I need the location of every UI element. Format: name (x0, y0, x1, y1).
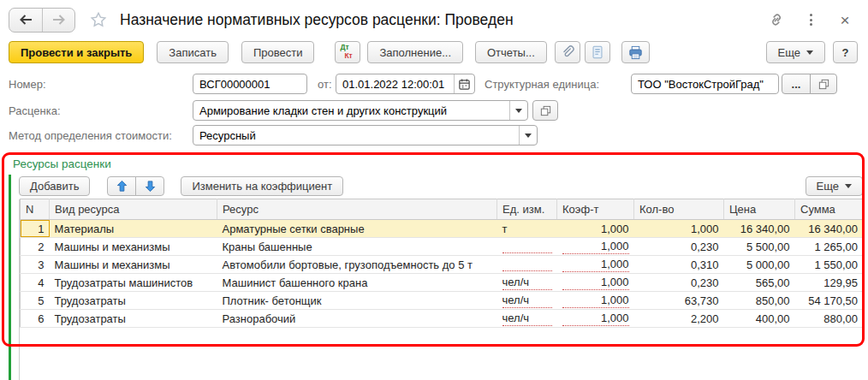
number-field[interactable]: ВСГ00000001 (193, 74, 307, 94)
cell-resource[interactable]: Машинист башенного крана (217, 274, 497, 292)
printer-icon (627, 45, 644, 61)
column-header-resource[interactable]: Ресурс (217, 199, 497, 220)
move-down-button[interactable] (135, 176, 164, 196)
table-row[interactable]: 2 Машины и механизмы Краны башенные 1,00… (21, 238, 864, 256)
cell-unit[interactable]: чел/ч (497, 310, 557, 328)
cell-price[interactable]: 565,00 (724, 274, 795, 292)
structural-unit-open-button[interactable] (810, 74, 837, 94)
print-button[interactable] (621, 41, 650, 63)
cell-value: 1,000 (562, 276, 629, 290)
get-link-button[interactable] (765, 9, 788, 31)
post-button[interactable]: Провести (241, 41, 315, 63)
cost-method-field[interactable]: Ресурсный (193, 125, 538, 145)
cell-unit[interactable]: т (497, 220, 557, 238)
structural-unit-field[interactable]: ТОО "ВостокСтройГрад" (631, 74, 779, 94)
cell-quantity[interactable]: 0,310 (634, 256, 724, 274)
cell-price[interactable]: 5 000,00 (724, 256, 795, 274)
cell-resource-type[interactable]: Машины и механизмы (50, 238, 217, 256)
cell-quantity[interactable]: 1,000 (634, 220, 724, 238)
attachments-button[interactable] (555, 41, 580, 63)
cell-resource[interactable]: Краны башенные (217, 238, 497, 256)
table-row[interactable]: 4 Трудозатраты машинистов Машинист башен… (21, 274, 864, 292)
cell-resource-type[interactable]: Материалы (50, 220, 217, 238)
open-in-new-icon (539, 104, 552, 117)
post-and-close-button[interactable]: Провести и закрыть (9, 41, 144, 63)
cell-resource-type[interactable]: Трудозатраты (50, 292, 217, 310)
cell-quantity[interactable]: 0,230 (634, 274, 724, 292)
cell-unit[interactable] (497, 256, 557, 274)
cell-n[interactable]: 6 (21, 310, 50, 328)
column-header-price[interactable]: Цена (724, 199, 795, 220)
fill-button[interactable]: Заполнение... (367, 41, 463, 63)
date-field[interactable]: 01.01.2022 12:00:01 (336, 74, 475, 94)
cell-quantity[interactable]: 2,200 (634, 310, 724, 328)
column-header-sum[interactable]: Сумма (795, 199, 864, 220)
cell-value: 1,000 (562, 312, 629, 326)
cell-sum[interactable]: 880,00 (795, 310, 864, 328)
save-button[interactable]: Записать (157, 41, 229, 63)
rate-open-button[interactable] (532, 100, 558, 121)
column-header-n[interactable]: N (21, 199, 50, 220)
column-header-coefficient[interactable]: Коэф-т (557, 199, 634, 220)
forward-button[interactable] (42, 9, 74, 32)
close-button[interactable]: × (834, 9, 856, 31)
section-more-button[interactable]: Еще (806, 176, 863, 196)
cell-coefficient[interactable]: 1,000 (557, 256, 634, 274)
cost-method-dropdown-button[interactable] (519, 126, 537, 145)
cell-sum[interactable]: 1 550,00 (795, 256, 864, 274)
rate-dropdown-button[interactable] (509, 101, 527, 120)
reports-button[interactable]: Отчеты... (475, 41, 547, 63)
cell-resource[interactable]: Плотник- бетонщик (217, 292, 497, 310)
cell-resource[interactable]: Арматурные сетки сварные (217, 220, 497, 238)
cell-n[interactable]: 2 (21, 238, 50, 256)
table-row[interactable]: 5 Трудозатраты Плотник- бетонщик чел/ч 1… (21, 292, 864, 310)
more-actions-button[interactable]: Еще (766, 41, 825, 63)
calendar-picker-button[interactable] (454, 74, 474, 93)
cell-resource[interactable]: Разнорабочий (217, 310, 497, 328)
cell-price[interactable]: 5 500,00 (724, 238, 795, 256)
cell-price[interactable]: 400,00 (724, 310, 795, 328)
help-button[interactable]: ? (833, 41, 858, 63)
cell-sum[interactable]: 54 170,50 (795, 292, 864, 310)
cell-resource[interactable]: Автомобили бортовые, грузоподъемность до… (217, 256, 497, 274)
cell-coefficient[interactable]: 1,000 (557, 274, 634, 292)
cell-sum[interactable]: 1 265,00 (795, 238, 864, 256)
table-row[interactable]: 6 Трудозатраты Разнорабочий чел/ч 1,000 … (21, 310, 864, 328)
cell-price[interactable]: 16 340,00 (724, 220, 795, 238)
table-row[interactable]: 3 Машины и механизмы Автомобили бортовые… (21, 256, 864, 274)
cell-n[interactable]: 3 (21, 256, 50, 274)
cell-quantity[interactable]: 0,230 (634, 238, 724, 256)
cell-unit[interactable]: чел/ч (497, 292, 557, 310)
document-report-button[interactable] (585, 41, 610, 63)
cell-resource-type[interactable]: Трудозатраты (50, 310, 217, 328)
cell-coefficient[interactable]: 1,000 (557, 310, 634, 328)
change-by-coefficient-button[interactable]: Изменить на коэффициент (181, 176, 343, 196)
cell-resource-type[interactable]: Машины и механизмы (50, 256, 217, 274)
table-row[interactable]: 1 Материалы Арматурные сетки сварные т 1… (21, 220, 864, 238)
dt-kt-register-button[interactable]: Дт Кт (335, 41, 360, 63)
cell-unit[interactable]: чел/ч (497, 274, 557, 292)
add-row-button[interactable]: Добавить (19, 176, 90, 196)
structural-unit-choose-button[interactable]: ... (782, 74, 811, 94)
column-header-unit[interactable]: Ед. изм. (497, 199, 557, 220)
cell-n[interactable]: 1 (21, 220, 50, 238)
cell-unit[interactable] (497, 238, 557, 256)
move-up-button[interactable] (107, 176, 136, 196)
cell-sum[interactable]: 16 340,00 (795, 220, 864, 238)
rate-field[interactable]: Армирование кладки стен и других констру… (193, 100, 528, 121)
cell-coefficient[interactable]: 1,000 (557, 220, 634, 238)
cell-coefficient[interactable]: 1,000 (557, 238, 634, 256)
cell-n[interactable]: 5 (21, 292, 50, 310)
cell-n[interactable]: 4 (21, 274, 50, 292)
more-menu-button[interactable] (800, 9, 822, 31)
cell-resource-type[interactable]: Трудозатраты машинистов (50, 274, 217, 292)
cell-price[interactable]: 850,00 (724, 292, 795, 310)
back-button[interactable] (9, 9, 42, 32)
favorite-star-icon[interactable] (89, 10, 108, 29)
column-header-resource-type[interactable]: Вид ресурса (50, 199, 217, 220)
column-header-quantity[interactable]: Кол-во (634, 199, 724, 220)
cell-quantity[interactable]: 63,730 (634, 292, 724, 310)
cell-sum[interactable]: 129,95 (795, 274, 864, 292)
cell-coefficient[interactable]: 1,000 (557, 292, 634, 310)
cell-value: чел/ч (502, 312, 552, 326)
